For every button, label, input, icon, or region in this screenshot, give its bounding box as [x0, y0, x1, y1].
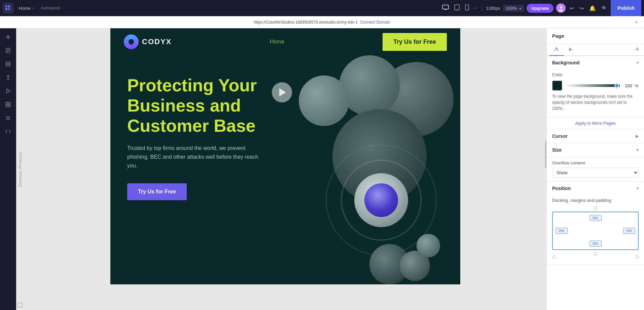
svg-marker-22 [7, 89, 10, 93]
home-page-selector[interactable]: Home ▾ [16, 4, 37, 12]
website-preview: CODYX Home Try Us for Free Protecting Yo… [110, 28, 460, 284]
sidebar-pages-icon[interactable] [2, 44, 14, 57]
cursor-section-header[interactable]: Cursor ▶ [547, 129, 644, 143]
connect-domain-link[interactable]: Connect Domain [360, 20, 390, 25]
opacity-thumb [614, 83, 619, 88]
svg-rect-24 [8, 102, 10, 104]
notifications-button[interactable]: 🔔 [588, 4, 597, 13]
resolution-display: 1280px [486, 6, 500, 11]
docking-top-value[interactable]: 0% [589, 215, 602, 221]
docking-radio-bottom-outer[interactable] [594, 252, 597, 255]
desktop-label-text: Desktop (Primary) [18, 151, 22, 187]
sidebar-add-icon[interactable] [2, 31, 14, 43]
logo-icon [124, 34, 139, 49]
sidebar-code-icon[interactable] [2, 125, 14, 137]
position-section-header[interactable]: Position ▾ [547, 182, 644, 195]
nav-cta-button[interactable]: Try Us for Free [383, 33, 447, 51]
size-arrow-icon: ▾ [637, 148, 639, 152]
svg-rect-3 [8, 8, 10, 10]
nav-home-link[interactable]: Home [270, 39, 284, 45]
desktop-label-container: Desktop (Primary) [16, 28, 24, 310]
mobile-device-btn[interactable] [464, 3, 470, 13]
sphere-bottom-3 [417, 234, 440, 257]
sphere-center [364, 183, 398, 217]
docking-left-value[interactable]: 0% [556, 228, 568, 234]
svg-point-10 [560, 6, 562, 9]
preview-button[interactable]: 👁 [600, 4, 608, 12]
docking-label: Docking, margins and padding [552, 198, 639, 203]
opacity-slider[interactable] [565, 84, 620, 87]
position-title: Position [552, 186, 571, 191]
docking-bottom-value-row: 0% [556, 241, 635, 247]
tab-behavior[interactable] [564, 44, 578, 55]
autosaved-label: Autosaved [41, 6, 60, 10]
svg-point-8 [467, 9, 467, 10]
svg-rect-23 [6, 102, 8, 104]
sphere-decorations [285, 55, 460, 284]
color-swatch[interactable] [552, 81, 562, 91]
background-section-content: Color 100 % To view the page background,… [547, 69, 644, 117]
position-arrow-icon: ▾ [637, 186, 639, 191]
svg-point-30 [556, 48, 557, 49]
docking-radio-right[interactable] [635, 255, 639, 259]
position-content: Docking, margins and padding 0% 0% 0% [547, 195, 644, 264]
svg-rect-18 [6, 62, 10, 66]
hero-subtitle: Trusted by top firms around the world, w… [127, 144, 262, 170]
panel-collapse-btn[interactable] [631, 44, 641, 55]
docking-top-value-row: 0% [556, 215, 635, 221]
background-arrow-icon: ▾ [637, 60, 639, 65]
apply-pages-link[interactable]: Apply to More Pages [547, 117, 644, 129]
url-bar-close-btn[interactable]: ✕ [635, 20, 639, 25]
left-sidebar [0, 28, 16, 310]
background-title: Background [552, 60, 580, 65]
docking-center [570, 222, 621, 239]
opacity-value: 100 [622, 83, 632, 88]
tablet-device-btn[interactable] [453, 3, 461, 13]
opacity-percent: % [635, 83, 639, 88]
docking-bottom-value[interactable]: 0% [589, 241, 602, 247]
panel-tabs [547, 44, 644, 56]
svg-point-6 [457, 9, 457, 10]
docking-radio-left[interactable] [552, 255, 556, 259]
device-selector: ··· [441, 3, 477, 13]
upgrade-button[interactable]: Upgrade [527, 4, 554, 13]
hero-title: Protecting Your Business and Customer Ba… [127, 75, 282, 136]
docking-right-value[interactable]: 0% [623, 228, 635, 234]
sidebar-media-icon[interactable] [2, 85, 14, 97]
desktop-device-btn[interactable] [441, 3, 450, 13]
docking-radio-top-outer[interactable] [594, 206, 597, 210]
cursor-arrow-icon: ▶ [636, 134, 639, 138]
more-devices-btn[interactable]: ··· [473, 5, 477, 11]
home-page-label: Home [19, 6, 31, 11]
cursor-section: Cursor ▶ [547, 129, 644, 143]
svg-rect-25 [6, 105, 8, 107]
overflow-label: Overflow content [552, 160, 639, 165]
url-bar: https://ColorlifeStudios-1689508576.wixs… [0, 16, 644, 28]
sidebar-layers-icon[interactable] [2, 58, 14, 70]
tab-style[interactable] [549, 44, 564, 56]
size-title: Size [552, 147, 562, 153]
color-label: Color [552, 72, 639, 77]
sidebar-components-icon[interactable] [2, 71, 14, 84]
background-section-header[interactable]: Background ▾ [547, 56, 644, 69]
sphere-3 [299, 75, 349, 126]
svg-point-21 [7, 75, 9, 77]
svg-rect-0 [5, 5, 7, 7]
sidebar-settings-icon[interactable] [2, 112, 14, 124]
right-panel: Page Background ▾ [546, 28, 644, 310]
overflow-section: Overflow content Show Hide Scroll [547, 157, 644, 182]
publish-button[interactable]: Publish [611, 0, 641, 16]
position-section: Position ▾ Docking, margins and padding … [547, 182, 644, 265]
sidebar-apps-icon[interactable] [2, 98, 14, 111]
overflow-select[interactable]: Show Hide Scroll [552, 167, 639, 178]
background-section: Background ▾ Color 100 % To view the pag… [547, 56, 644, 117]
redo-button[interactable]: ↪ [578, 4, 585, 13]
user-avatar[interactable] [556, 3, 566, 13]
home-arrow-icon: ▾ [33, 6, 34, 10]
size-section-header[interactable]: Size ▾ [547, 143, 644, 157]
hero-cta-button[interactable]: Try Us for Free [127, 183, 187, 200]
app-logo[interactable] [3, 3, 13, 13]
zoom-selector[interactable]: 100% ▾ [503, 5, 524, 12]
canvas-area[interactable]: Desktop (Primary) CODYX Home Try Us for … [16, 28, 546, 310]
undo-button[interactable]: ↩ [568, 4, 575, 13]
